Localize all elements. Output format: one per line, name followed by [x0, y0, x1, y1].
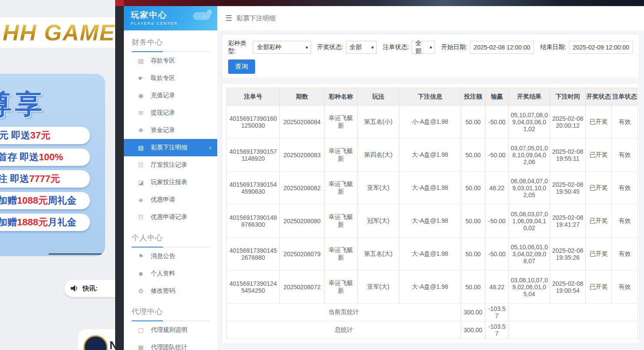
promo-pill-text: 1088元: [17, 195, 48, 206]
player-center-panel: 玩家中心 PLAYERS CENTER 财务中心▤存款专区☛取款专区◉充值记录✉…: [115, 6, 644, 350]
withdraw-record-icon: ✉: [137, 109, 145, 116]
sidebar-section-underline: [132, 51, 209, 52]
sidebar-section-label: 财务中心: [132, 37, 209, 47]
sidebar-section-header: 财务中心: [124, 30, 217, 52]
order-status-select[interactable]: 全部 ▾: [412, 41, 435, 54]
draw-status-select[interactable]: 全部 ▾: [346, 41, 377, 54]
promo-pill-text: 投注 即送: [0, 173, 29, 184]
promo-pill-text: 7777元: [29, 173, 60, 184]
summary-winloss-total: -103.57: [485, 321, 509, 339]
promo-pill-list: 60元 即送37元户首存 即送100%投注 即送7777元天加赠1088元周礼金…: [0, 127, 105, 231]
promo-pill-text: 37元: [30, 130, 50, 141]
table-cell: -50.00: [485, 139, 509, 172]
table-cell: 大-A盘@1.98: [399, 205, 461, 238]
search-button[interactable]: 查询: [228, 59, 255, 74]
table-cell: 有效: [612, 106, 638, 139]
table-cell: 有效: [612, 238, 638, 271]
table-cell: 2025-02-08 19:55:11: [550, 139, 586, 172]
chevron-down-icon: ▾: [305, 45, 308, 50]
table-cell: 已开奖: [586, 139, 612, 172]
sidebar-item-funds-record[interactable]: ❖资金记录: [124, 122, 217, 139]
lottery-bet-detail-icon: ▤: [137, 144, 145, 151]
end-date-label: 结束日期:: [540, 43, 566, 51]
sidebar-item-agent-team-stats[interactable]: ▦代理团队统计: [124, 339, 217, 350]
sidebar-item-notice-bell[interactable]: ⚑消息公告: [124, 248, 217, 265]
sidebar-item-recharge-record[interactable]: ◉充值记录: [124, 87, 217, 104]
table-cell: 401569173901601250030: [227, 106, 280, 139]
gamepad-icon: [189, 9, 213, 23]
sidebar-nav: 财务中心▤存款专区☛取款专区◉充值记录✉提现记录❖资金记录▤彩票下注明细›☷厅室…: [124, 30, 217, 350]
table-cell: 亚军(大): [358, 172, 399, 205]
sidebar-item-label: 个人资料: [151, 270, 175, 277]
recharge-record-icon: ◉: [137, 92, 145, 99]
column-header: 开奖结果: [509, 88, 550, 106]
table-cell: 有效: [612, 139, 638, 172]
profile-icon: ☻: [137, 270, 145, 277]
promo-pill: 投注 即送7777元: [0, 170, 90, 188]
table-cell: 已开奖: [586, 205, 612, 238]
sidebar-section-header: 个人中心: [124, 226, 217, 248]
top-window-bar: [115, 0, 644, 6]
table-row: 40156917390157114892020250208083幸运飞艇新第四名…: [227, 139, 638, 172]
table-cell: 第五名(小): [358, 106, 399, 139]
site-logo-band: HH GAME: [0, 17, 115, 48]
sidebar-item-profile[interactable]: ☻个人资料: [124, 265, 217, 282]
sidebar-item-lottery-bet-detail[interactable]: ▤彩票下注明细›: [124, 139, 217, 156]
table-cell: 已开奖: [586, 238, 612, 271]
table-cell: 幸运飞艇新: [325, 271, 358, 304]
table-cell: 03,08,10,07,09,02,06,01,05,04: [509, 271, 550, 304]
promo-pill-text: 60元 即送: [0, 130, 30, 141]
sidebar-item-withdraw-record[interactable]: ✉提现记录: [124, 104, 217, 122]
summary-row: 当前页统计300.00-103.57: [227, 304, 638, 321]
promo-pill: 天加赠1888元月礼金: [0, 214, 90, 231]
speaker-icon: [70, 284, 79, 292]
notice-bell-icon: ⚑: [137, 253, 145, 260]
summary-bet-total: 300.00: [461, 304, 485, 321]
promo-pill-text: 1888元: [17, 217, 48, 228]
summary-bet-total: 300.00: [461, 321, 485, 339]
table-cell: 06,08,04,07,09,03,01,10,02,05: [509, 172, 550, 205]
table-cell: 大-A盘@1.98: [399, 238, 461, 271]
promo-pill-text: 周礼金: [48, 195, 76, 206]
sidebar: 玩家中心 PLAYERS CENTER 财务中心▤存款专区☛取款专区◉充值记录✉…: [124, 6, 217, 350]
start-date-input[interactable]: [470, 41, 534, 54]
table-cell: 2025-02-08 19:50:45: [550, 172, 586, 205]
table-cell: -50.00: [485, 238, 509, 271]
table-cell: 已开奖: [586, 172, 612, 205]
promo-footer: H GAME: [0, 237, 105, 256]
agent-rules-icon: ▢: [137, 327, 145, 333]
table-cell: 03,07,05,01,08,10,09,04,02,06: [509, 139, 550, 172]
sidebar-item-withdraw[interactable]: ☛取款专区: [124, 69, 217, 87]
summary-empty: [509, 304, 638, 321]
page-title: 彩票下注明细: [236, 14, 276, 23]
table-cell: 大-A盘@1.98: [399, 139, 461, 172]
sidebar-section-header: 代理中心: [124, 300, 217, 321]
summary-label: 总统计: [227, 321, 461, 339]
content-body: 彩种类型: 全部彩种 ▾ 开奖状态: 全部 ▾ 注单状态: 全部: [217, 30, 644, 350]
sidebar-section-underline: [132, 320, 209, 321]
sidebar-item-hall-bet-record[interactable]: ☷厅室投注记录: [124, 156, 217, 174]
promo-footer-line: [49, 254, 105, 254]
lottery-type-select[interactable]: 全部彩种 ▾: [253, 41, 311, 54]
sidebar-item-agent-rules[interactable]: ▢代理规则说明: [124, 321, 217, 339]
table-cell: 已开奖: [586, 271, 612, 304]
sidebar-item-label: 优惠申请记录: [151, 213, 187, 221]
funds-record-icon: ❖: [137, 127, 145, 134]
sidebar-item-label: 资金记录: [151, 126, 175, 134]
pagination-bar: 每页显示20条 共6条 首页 上一页 [1] 下一页 第 页 跳转: [222, 348, 640, 350]
agent-team-stats-icon: ▦: [137, 344, 145, 350]
sidebar-item-promo-apply-record[interactable]: ☷优惠申请记录: [124, 208, 217, 226]
sidebar-item-deposit[interactable]: ▤存款专区: [124, 52, 217, 69]
table-cell: 05,10,07,08,09,04,03,06,01,02: [509, 106, 550, 139]
sidebar-item-promo-apply[interactable]: ◈优惠申请: [124, 191, 217, 208]
sidebar-item-label: 充值记录: [151, 92, 175, 99]
table-cell: 有效: [612, 205, 638, 238]
promo-banner: 尊享 60元 即送37元户首存 即送100%投注 即送7777元天加赠1088元…: [0, 74, 105, 256]
sidebar-item-change-password-gear[interactable]: ⚙修改密码: [124, 282, 217, 300]
sidebar-item-player-bet-report[interactable]: ◪玩家投注报表: [124, 174, 217, 191]
end-date-input[interactable]: [569, 41, 633, 54]
column-header: 玩法: [358, 88, 399, 106]
hamburger-menu-icon[interactable]: ☰: [225, 13, 232, 23]
order-status-value: 全部: [415, 40, 425, 55]
table-row: 40156917390148876630020250208080幸运飞艇新冠军(…: [227, 205, 638, 238]
